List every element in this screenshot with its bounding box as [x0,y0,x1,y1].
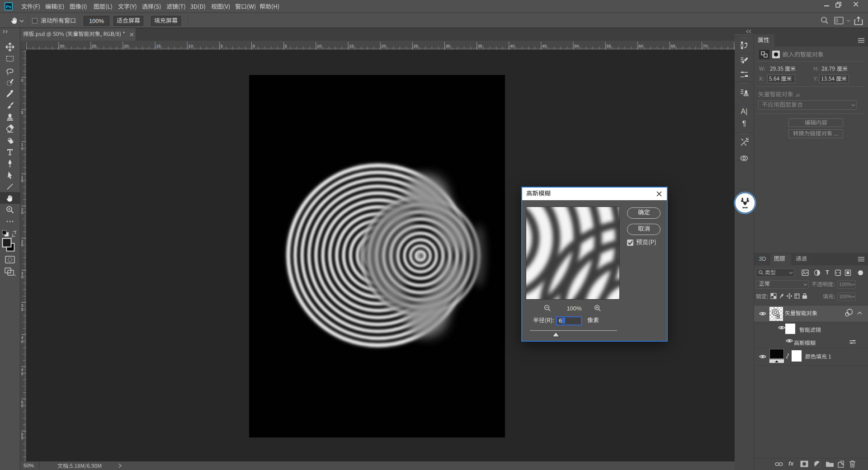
svg-text:0: 0 [21,339,24,344]
svg-text:Ps: Ps [6,4,11,9]
svg-text:70: 70 [703,43,708,48]
svg-text:50: 50 [574,43,579,48]
svg-text:55: 55 [606,43,611,48]
svg-text:25: 25 [92,43,97,48]
svg-text:10: 10 [317,43,322,48]
svg-text:0: 0 [21,78,24,83]
svg-text:20: 20 [124,43,129,48]
svg-text:15: 15 [156,43,161,48]
svg-text:0: 0 [21,211,24,215]
svg-text:15: 15 [349,43,354,48]
svg-text:0: 0 [21,275,24,279]
svg-text:45: 45 [542,43,547,48]
svg-text:25: 25 [413,43,418,48]
svg-text:0: 0 [253,43,255,48]
svg-text:40: 40 [510,43,515,48]
svg-text:5: 5 [220,43,222,48]
svg-text:60: 60 [638,43,643,48]
svg-text:5: 5 [21,110,24,115]
svg-text:30: 30 [60,43,65,48]
svg-text:65: 65 [671,43,676,48]
svg-text:10: 10 [188,43,193,48]
svg-text:5: 5 [21,179,24,183]
svg-text:5: 5 [21,436,24,440]
svg-text:30: 30 [445,43,450,48]
svg-text:0: 0 [21,404,24,408]
svg-text:5: 5 [285,43,287,48]
svg-text:20: 20 [381,43,386,48]
svg-text:0: 0 [21,146,24,151]
svg-text:5: 5 [21,243,24,247]
svg-text:5: 5 [21,371,24,376]
svg-text:5: 5 [21,307,24,312]
svg-text:35: 35 [478,43,483,48]
